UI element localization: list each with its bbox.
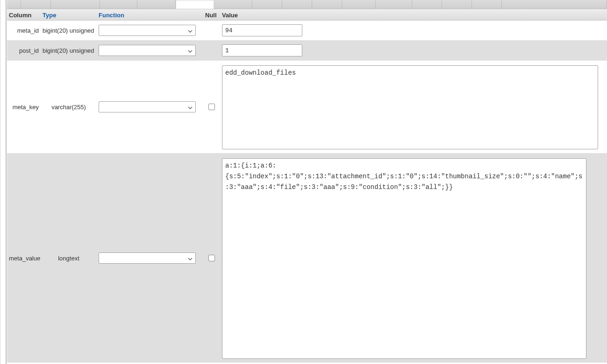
value-textarea[interactable] [222,65,598,149]
header-value: Value [220,12,607,19]
value-input[interactable] [222,44,302,56]
tabbar-seg[interactable] [282,0,312,9]
tabbar-seg[interactable] [21,0,51,9]
null-checkbox[interactable] [208,104,215,110]
left-gutter [0,0,6,364]
tabbar-seg[interactable] [502,0,607,9]
tabbar-seg[interactable] [214,0,252,9]
null-checkbox[interactable] [208,255,215,261]
tabbar-seg[interactable] [342,0,376,9]
upper-tabbar [7,0,607,9]
header-function-link[interactable]: Function [99,12,124,19]
tabbar-seg[interactable] [312,0,342,9]
tabbar-seg[interactable] [252,0,282,9]
function-select[interactable] [99,25,196,36]
chevron-down-icon [188,28,193,33]
table-row: post_id bigint(20) unsigned [7,41,607,61]
tabbar-seg[interactable] [376,0,412,9]
cell-type: bigint(20) unsigned [41,47,97,54]
cell-type: varchar(255) [41,104,97,111]
function-select[interactable] [99,101,196,112]
tabbar-seg[interactable] [412,0,442,9]
header-column: Column [7,12,41,19]
header-null: Null [203,12,220,19]
function-select[interactable] [99,252,196,264]
table-header-row: Column Type Function Null Value [7,9,607,21]
table-row: meta_key varchar(255) [7,61,607,154]
table-row: meta_id bigint(20) unsigned [7,21,607,41]
tabbar-seg[interactable] [51,0,100,9]
cell-column: meta_id [7,27,41,34]
cell-column: meta_value [7,255,41,262]
header-type-link[interactable]: Type [43,12,56,19]
function-select[interactable] [99,45,196,56]
rows-container: meta_id bigint(20) unsigned post_id bigi… [7,21,607,364]
cell-type: bigint(20) unsigned [41,27,97,34]
tabbar-seg[interactable] [7,0,21,9]
value-textarea[interactable] [222,158,586,359]
cell-type: longtext [41,255,97,262]
tabbar-seg[interactable] [442,0,472,9]
chevron-down-icon [188,256,193,260]
chevron-down-icon [188,105,193,109]
value-input[interactable] [222,24,302,36]
left-divider [6,0,7,364]
tabbar-seg[interactable] [100,0,137,9]
cell-column: post_id [7,47,41,54]
tabbar-seg-active[interactable] [176,0,214,9]
table-row: meta_value longtext [7,154,607,363]
chevron-down-icon [188,48,193,53]
tabbar-seg[interactable] [137,0,176,9]
cell-column: meta_key [7,104,41,111]
tabbar-seg[interactable] [472,0,502,9]
